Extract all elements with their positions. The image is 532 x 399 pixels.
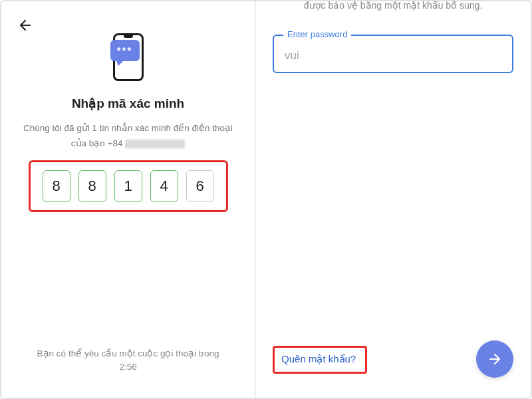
- countdown-timer: 2:56: [119, 362, 136, 372]
- arrow-right-icon: [487, 351, 503, 367]
- voice-call-hint: Bạn có thể yêu cầu một cuộc gọi thoại tr…: [15, 347, 241, 374]
- phone-sms-icon: ***: [113, 33, 144, 81]
- password-label: Enter password: [283, 29, 351, 39]
- phone-number-line: của bạn +84: [71, 138, 185, 148]
- page-title: Nhập mã xác minh: [72, 96, 184, 111]
- code-input-row: 8 8 1 4 6: [29, 160, 228, 212]
- page-subtitle: Chúng tôi đã gửi 1 tin nhắn xác minh đến…: [19, 122, 237, 135]
- code-digit-5[interactable]: 6: [186, 170, 214, 202]
- code-digit-4[interactable]: 4: [150, 170, 178, 202]
- code-digit-2[interactable]: 8: [78, 170, 106, 202]
- password-input[interactable]: Enter password vui: [273, 35, 513, 73]
- protection-note: được bảo vệ bằng một mật khẩu bổ sung.: [273, 0, 513, 11]
- arrow-left-icon: [17, 17, 33, 33]
- code-digit-3[interactable]: 1: [114, 170, 142, 202]
- next-button[interactable]: [476, 340, 513, 378]
- code-digit-1[interactable]: 8: [43, 170, 70, 202]
- forgot-password-highlight: Quên mật khẩu?: [273, 346, 367, 374]
- back-button[interactable]: [17, 17, 33, 36]
- password-panel: được bảo vệ bằng một mật khẩu bổ sung. E…: [255, 1, 531, 398]
- verification-panel: *** Nhập mã xác minh Chúng tôi đã gửi 1 …: [1, 1, 255, 398]
- password-value: vui: [285, 49, 501, 63]
- forgot-password-link[interactable]: Quên mật khẩu?: [281, 353, 356, 364]
- phone-redacted: [125, 140, 185, 148]
